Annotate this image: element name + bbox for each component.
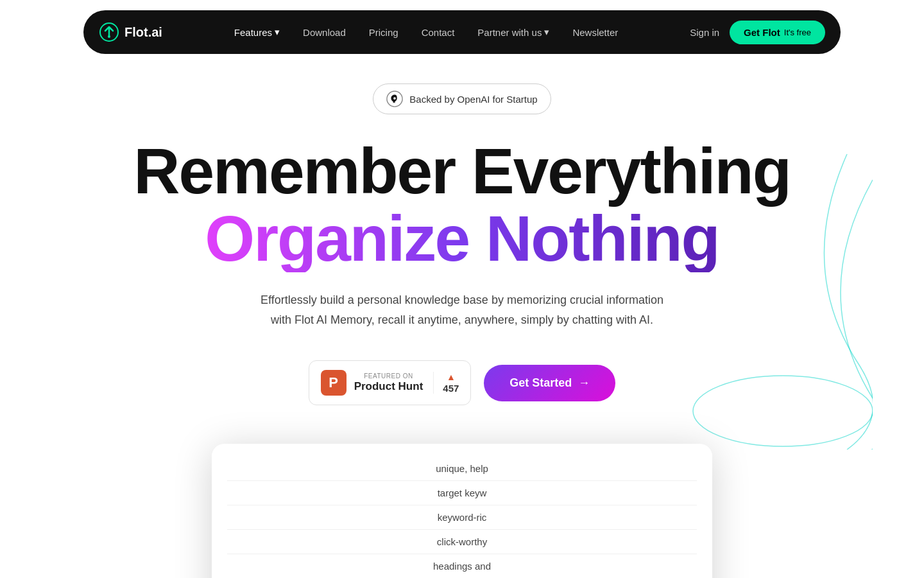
nav-partner[interactable]: Partner with us ▾ xyxy=(468,21,558,43)
product-hunt-badge[interactable]: P FEATURED ON Product Hunt ▲ 457 xyxy=(309,360,472,405)
preview-line-2: target keyw xyxy=(227,481,697,505)
get-flot-button[interactable]: Get Flot It's free xyxy=(730,21,825,44)
arrow-right-icon: → xyxy=(578,376,590,390)
hero-cta-group: P FEATURED ON Product Hunt ▲ 457 Get Sta… xyxy=(309,360,616,405)
chevron-down-icon: ▾ xyxy=(275,26,280,38)
openai-icon xyxy=(386,91,403,107)
hero-subtitle: Effortlessly build a personal knowledge … xyxy=(257,290,667,329)
openai-badge: Backed by OpenAI for Startup xyxy=(373,83,551,114)
svg-point-2 xyxy=(693,376,873,446)
nav-pricing[interactable]: Pricing xyxy=(360,22,407,43)
nav-newsletter[interactable]: Newsletter xyxy=(563,22,627,43)
logo-text: Flot.ai xyxy=(124,25,162,40)
sign-in-link[interactable]: Sign in xyxy=(690,27,719,38)
hero-title-line2: Organize Nothing xyxy=(205,205,719,272)
nav-features[interactable]: Features ▾ xyxy=(225,21,289,43)
get-started-button[interactable]: Get Started → xyxy=(484,365,615,401)
svg-point-1 xyxy=(108,35,110,38)
hero-section: Backed by OpenAI for Startup Remember Ev… xyxy=(0,0,924,578)
navbar: Flot.ai Features ▾ Download Pricing Cont… xyxy=(83,10,841,54)
preview-line-5: headings and xyxy=(227,554,697,578)
svg-point-4 xyxy=(394,97,397,100)
nav-right: Sign in Get Flot It's free xyxy=(690,21,825,44)
ph-text: FEATURED ON Product Hunt xyxy=(354,372,424,393)
hero-title-line1: Remember Everything xyxy=(133,137,790,205)
preview-line-1: unique, help xyxy=(227,457,697,481)
preview-line-3: keyword-ric xyxy=(227,505,697,530)
ph-votes: ▲ 457 xyxy=(433,372,459,394)
logo-link[interactable]: Flot.ai xyxy=(99,22,162,42)
ph-name-label: Product Hunt xyxy=(354,380,424,393)
ph-icon: P xyxy=(321,370,346,396)
badge-text: Backed by OpenAI for Startup xyxy=(409,94,537,105)
app-preview: unique, help target keyw keyword-ric cli… xyxy=(212,444,712,578)
logo-icon xyxy=(99,22,119,42)
nav-contact[interactable]: Contact xyxy=(413,22,464,43)
preview-text-area: unique, help target keyw keyword-ric cli… xyxy=(212,444,712,578)
ph-vote-count: 457 xyxy=(443,383,459,394)
nav-links: Features ▾ Download Pricing Contact Part… xyxy=(225,21,627,43)
nav-download[interactable]: Download xyxy=(294,22,355,43)
chevron-down-icon-partner: ▾ xyxy=(544,26,549,38)
preview-line-4: click-worthy xyxy=(227,530,697,554)
ph-upvote-icon: ▲ xyxy=(447,372,456,382)
ph-featured-label: FEATURED ON xyxy=(354,372,424,380)
